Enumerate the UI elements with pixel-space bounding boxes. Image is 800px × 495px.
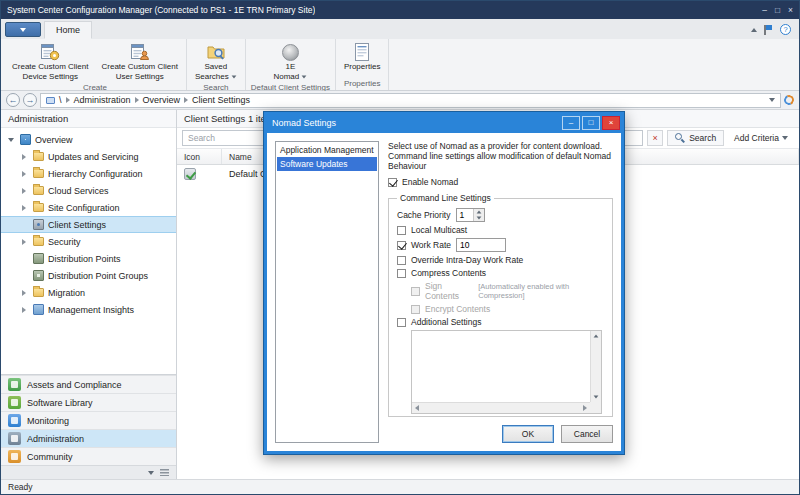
ribbon-group-create: Create Custom Client Device Settings Cre… [4,39,187,90]
expander-icon[interactable] [19,171,29,177]
nomad-settings-dialog: Nomad Settings – □ × Application Managem… [263,111,625,455]
breadcrumb-separator-icon [66,97,70,103]
breadcrumb-root[interactable]: \ [59,95,62,105]
app-menu-button[interactable] [5,22,41,37]
local-multicast-checkbox[interactable] [397,226,406,235]
breadcrumb-item-administration[interactable]: Administration [74,95,131,105]
additional-settings-checkbox[interactable] [397,318,406,327]
expander-icon[interactable] [19,205,29,211]
override-intraday-checkbox[interactable] [397,256,406,265]
minimize-button[interactable]: – [762,5,767,15]
work-rate-input[interactable] [456,238,506,252]
workspace-chooser-row[interactable] [1,465,176,479]
work-rate-checkbox[interactable] [397,241,406,250]
add-criteria-button[interactable]: Add Criteria [728,133,794,143]
breadcrumb-separator-icon [135,97,139,103]
tree-item-distribution-point-groups[interactable]: Distribution Point Groups [1,267,176,284]
breadcrumb-item-client-settings[interactable]: Client Settings [192,95,250,105]
folder-icon [33,288,44,297]
scroll-up-icon[interactable] [594,334,599,337]
horizontal-scrollbar[interactable] [412,402,590,413]
workspace-administration[interactable]: Administration [1,429,176,447]
minimize-ribbon-icon[interactable] [751,28,757,32]
tree-item-overview[interactable]: Overview [1,131,176,148]
scroll-left-icon[interactable] [415,405,419,411]
expander-icon[interactable] [19,307,29,313]
tree-item-management-insights[interactable]: Management Insights [1,301,176,318]
flag-icon[interactable] [764,25,773,35]
dialog-buttons: OK Cancel [388,425,613,443]
workspace-assets-and-compliance[interactable]: Assets and Compliance [1,375,176,393]
workspace-list-icon[interactable] [160,469,169,476]
tree-item-security[interactable]: Security [1,233,176,250]
folder-icon [33,237,44,246]
search-icon [675,133,685,143]
help-icon[interactable] [780,24,791,35]
section-application-management[interactable]: Application Management [277,143,377,157]
tree-item-migration[interactable]: Migration [1,284,176,301]
additional-settings-row: Additional Settings [397,317,604,327]
cache-priority-input[interactable] [457,209,473,221]
back-button[interactable]: ← [6,93,20,107]
navigation-pane-title: Administration [1,110,176,128]
status-text: Ready [8,482,33,492]
create-custom-client-user-settings-button[interactable]: Create Custom Client User Settings [96,40,182,83]
sign-contents-row: Sign Contents [Automatically enabled wit… [411,281,604,301]
cache-priority-row: Cache Priority [397,208,604,222]
scroll-down-icon[interactable] [594,395,599,398]
tree-item-client-settings[interactable]: Client Settings [1,216,176,233]
workspace-software-library[interactable]: Software Library [1,393,176,411]
software-library-icon [8,396,21,409]
nomad-button[interactable]: 1E Nomad [268,40,312,83]
ok-button[interactable]: OK [502,425,554,443]
ribbon-tab-bar: Home [1,19,799,39]
saved-searches-button[interactable]: Saved Searches [190,40,242,83]
workspace-community[interactable]: Community [1,447,176,465]
expander-icon[interactable] [19,290,29,296]
breadcrumb-dropdown-icon[interactable] [769,98,775,102]
dropdown-arrow-icon [302,75,307,78]
cancel-button[interactable]: Cancel [561,425,613,443]
compress-contents-checkbox[interactable] [397,269,406,278]
column-header-icon[interactable]: Icon [177,149,222,164]
tab-home[interactable]: Home [44,21,92,39]
tree-item-hierarchy-configuration[interactable]: Hierarchy Configuration [1,165,176,182]
dialog-maximize-button[interactable]: □ [582,116,600,130]
dialog-close-button[interactable]: × [602,116,620,130]
breadcrumb-separator-icon [184,97,188,103]
tree-item-cloud-services[interactable]: Cloud Services [1,182,176,199]
dialog-titlebar[interactable]: Nomad Settings – □ × [267,112,621,133]
close-button[interactable]: × [788,5,793,15]
tree-item-updates-and-servicing[interactable]: Updates and Servicing [1,148,176,165]
search-button[interactable]: Search [667,130,724,146]
enable-nomad-checkbox[interactable] [388,178,397,187]
breadcrumb[interactable]: \ Administration Overview Client Setting… [40,93,781,108]
clear-search-icon[interactable]: × [647,130,663,146]
settings-panel: Select use of Nomad as a provider for co… [388,141,613,443]
create-custom-client-device-settings-button[interactable]: Create Custom Client Device Settings [7,40,93,83]
expander-icon[interactable] [19,239,29,245]
properties-button[interactable]: Properties [339,40,385,75]
expander-icon[interactable] [19,154,29,160]
maximize-button[interactable]: □ [775,5,780,15]
vertical-scrollbar[interactable] [590,331,601,402]
forward-button[interactable]: → [23,93,37,107]
refresh-icon[interactable] [783,94,796,107]
tree-item-distribution-points[interactable]: Distribution Points [1,250,176,267]
ribbon: Create Custom Client Device Settings Cre… [1,39,799,91]
spin-down-icon[interactable] [474,215,484,221]
workspace-monitoring[interactable]: Monitoring [1,411,176,429]
user-settings-icon [130,42,150,62]
tree-item-site-configuration[interactable]: Site Configuration [1,199,176,216]
expander-icon[interactable] [6,138,16,142]
dialog-minimize-button[interactable]: – [562,116,580,130]
breadcrumb-item-overview[interactable]: Overview [143,95,181,105]
expander-icon[interactable] [19,188,29,194]
client-settings-icon [33,219,44,230]
override-intraday-row: Override Intra-Day Work Rate [397,255,604,265]
section-software-updates[interactable]: Software Updates [277,157,377,171]
additional-settings-textarea[interactable] [411,330,602,414]
scroll-right-icon[interactable] [583,405,587,411]
client-settings-item-icon [184,168,196,180]
chevron-down-icon[interactable] [148,471,154,475]
